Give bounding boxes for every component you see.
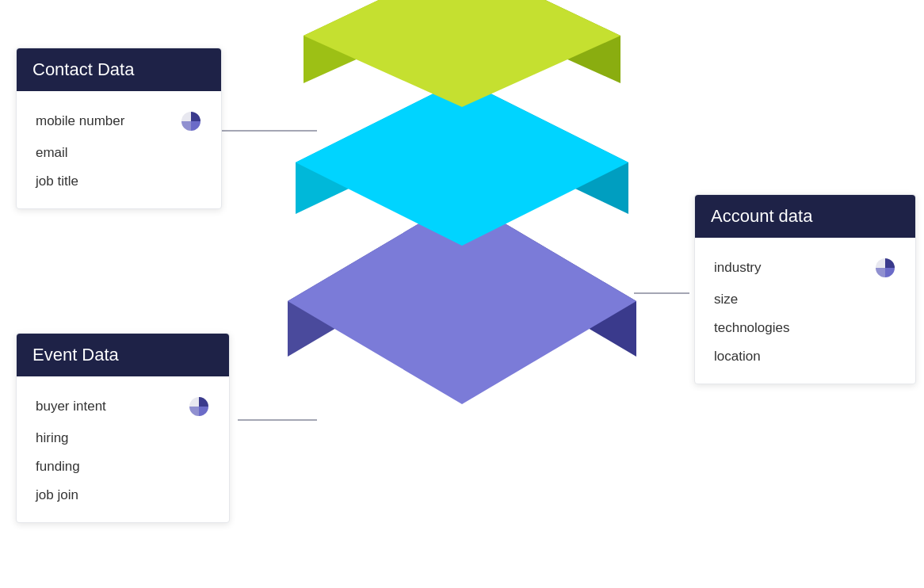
account-data-body: industry size technologies location — [695, 238, 915, 384]
account-industry-label: industry — [714, 260, 762, 276]
event-hiring-label: hiring — [36, 430, 69, 446]
pie-chart-icon — [180, 110, 202, 132]
account-data-title: Account data — [711, 206, 812, 226]
event-data-body: buyer intent hiring funding job join — [17, 376, 229, 522]
pie-chart-icon — [874, 257, 896, 279]
list-item: buyer intent — [36, 389, 210, 424]
list-item: technologies — [714, 314, 896, 342]
list-item: email — [36, 139, 202, 167]
list-item: size — [714, 285, 896, 314]
event-data-header: Event Data — [17, 334, 229, 376]
event-buyerintent-label: buyer intent — [36, 399, 106, 414]
contact-data-body: mobile number email job title — [17, 91, 221, 208]
list-item: industry — [714, 250, 896, 285]
event-data-title: Event Data — [32, 345, 119, 365]
pie-chart-icon — [188, 395, 210, 418]
contact-jobtitle-label: job title — [36, 174, 78, 189]
contact-mobile-label: mobile number — [36, 113, 124, 129]
list-item: job title — [36, 167, 202, 196]
contact-email-label: email — [36, 145, 68, 161]
event-jobjoin-label: job join — [36, 487, 78, 503]
account-location-label: location — [714, 349, 761, 365]
contact-data-title: Contact Data — [32, 59, 134, 79]
list-item: location — [714, 342, 896, 371]
account-technologies-label: technologies — [714, 320, 789, 336]
contact-data-card: Contact Data mobile number email job tit… — [16, 48, 222, 209]
account-data-header: Account data — [695, 195, 915, 238]
list-item: job join — [36, 481, 210, 510]
event-data-card: Event Data buyer intent hiring funding j… — [16, 333, 230, 523]
svg-marker-8 — [304, 0, 620, 107]
list-item: hiring — [36, 424, 210, 452]
list-item: mobile number — [36, 104, 202, 139]
contact-data-header: Contact Data — [17, 48, 221, 91]
list-item: funding — [36, 452, 210, 481]
account-size-label: size — [714, 292, 738, 307]
event-funding-label: funding — [36, 459, 80, 475]
account-data-card: Account data industry size technologies … — [694, 194, 916, 384]
